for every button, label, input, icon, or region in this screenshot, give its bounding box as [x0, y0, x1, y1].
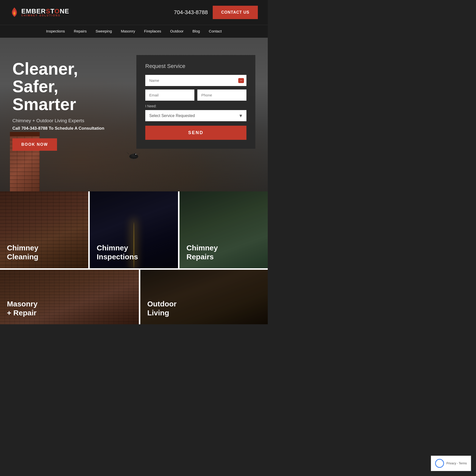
hero-content: Cleaner, Safer, Smarter Chimney + Outdoo… [12, 53, 126, 151]
hero-title: Cleaner, Safer, Smarter [12, 60, 126, 113]
hero-subtitle: Chimney + Outdoor Living Experts [12, 118, 126, 123]
bird-decoration [126, 149, 142, 162]
service-select[interactable]: Select Service Requested Chimney Cleanin… [145, 110, 246, 121]
book-now-button[interactable]: BOOK NOW [12, 138, 57, 151]
service-card-chimney-inspections[interactable]: ChimneyInspections [90, 191, 178, 268]
nav-item-masonry[interactable]: Masonry [121, 29, 135, 33]
nav-item-contact[interactable]: Contact [209, 29, 222, 33]
svg-point-3 [135, 154, 136, 155]
i-need-label: I Need: [145, 104, 246, 108]
service-card-masonry[interactable]: Masonry+ Repair [0, 270, 139, 324]
service-select-wrap: Select Service Requested Chimney Cleanin… [145, 110, 246, 121]
phone-input[interactable] [197, 89, 246, 101]
logo[interactable]: EMBERSTONE CHIMNEY SOLUTIONS [10, 7, 69, 18]
logo-name: EMBERSTONE [21, 8, 69, 14]
svg-marker-4 [137, 154, 138, 155]
nav-item-fireplaces[interactable]: Fireplaces [144, 29, 161, 33]
nav-item-sweeping[interactable]: Sweeping [96, 29, 112, 33]
name-input-icon: ··· [238, 78, 244, 83]
logo-sub: CHIMNEY SOLUTIONS [21, 14, 69, 17]
site-header: EMBERSTONE CHIMNEY SOLUTIONS 704-343-878… [0, 0, 268, 25]
svg-point-2 [134, 153, 137, 156]
logo-text: EMBERSTONE CHIMNEY SOLUTIONS [21, 8, 69, 17]
service-cards-bottom: Masonry+ Repair OutdoorLiving [0, 270, 268, 324]
form-title: Request Service [145, 63, 246, 69]
name-input[interactable] [145, 75, 246, 86]
hero-cta-text: Call 704-343-8788 To Schedule A Consulta… [12, 126, 126, 131]
flame-icon [10, 7, 19, 18]
card-outdoor-label: OutdoorLiving [147, 299, 177, 317]
service-card-chimney-repairs[interactable]: ChimneyRepairs [179, 191, 268, 268]
header-phone: 704-343-8788 [174, 9, 208, 16]
service-cards-top: ChimneyCleaning ChimneyInspections Chimn… [0, 191, 268, 268]
hero-section: Cleaner, Safer, Smarter Chimney + Outdoo… [0, 38, 268, 191]
nav-item-inspections[interactable]: Inspections [46, 29, 65, 33]
send-button[interactable]: SEND [145, 126, 246, 140]
name-field-wrap: ··· [145, 75, 246, 86]
card-cleaning-label: ChimneyCleaning [7, 243, 38, 261]
svg-line-5 [131, 158, 132, 161]
nav-item-repairs[interactable]: Repairs [74, 29, 87, 33]
service-card-chimney-cleaning[interactable]: ChimneyCleaning [0, 191, 88, 268]
contact-us-button[interactable]: CONTACT US [213, 6, 258, 19]
nav-item-outdoor[interactable]: Outdoor [170, 29, 183, 33]
main-nav: Inspections Repairs Sweeping Masonry Fir… [0, 25, 268, 38]
card-masonry-label: Masonry+ Repair [7, 299, 37, 317]
svg-line-6 [133, 159, 135, 161]
request-service-form: Request Service ··· I Need: Select Servi… [136, 55, 255, 149]
service-card-outdoor[interactable]: OutdoorLiving [140, 270, 268, 324]
header-right: 704-343-8788 CONTACT US [174, 6, 258, 19]
card-inspections-label: ChimneyInspections [97, 243, 138, 261]
email-input[interactable] [145, 89, 194, 101]
email-phone-row [145, 89, 246, 101]
nav-item-blog[interactable]: Blog [192, 29, 200, 33]
card-repairs-label: ChimneyRepairs [186, 243, 218, 261]
